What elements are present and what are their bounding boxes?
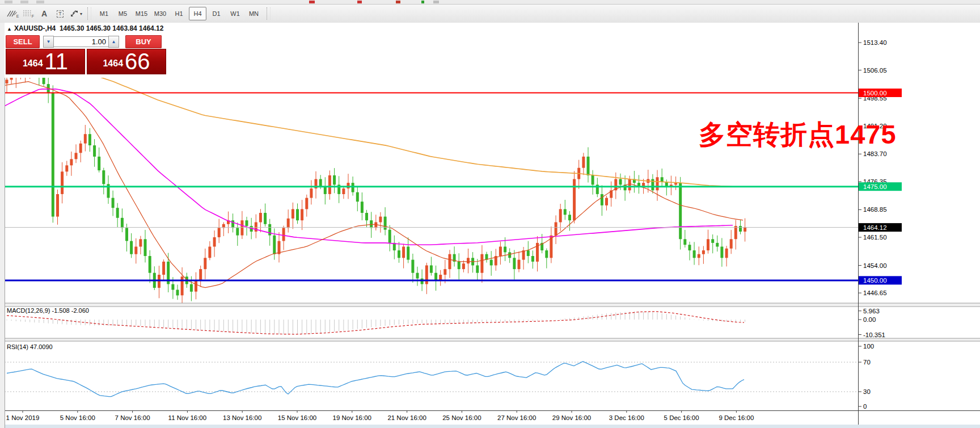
axis-price-badge: 1464.12 xyxy=(859,223,902,232)
mt4-terminal-window: { "top_sliver_marks": [ {"x": 8, "w": 14… xyxy=(0,0,980,428)
rsi-label: RSI(14) 47.0090 xyxy=(7,343,53,350)
tab-m15[interactable]: M15 xyxy=(133,7,150,20)
svg-text:13 Nov 16:00: 13 Nov 16:00 xyxy=(223,414,261,421)
tab-h4[interactable]: H4 xyxy=(189,7,206,20)
chart-toolbar: E F A T ▾ M1 M5 M15 M30 H1 H4 D1 W1 MN xyxy=(0,5,980,23)
svg-text:15 Nov 16:00: 15 Nov 16:00 xyxy=(278,414,316,421)
axis-price-badge: 1475.00 xyxy=(859,182,902,191)
one-click-trading-panel: ▲XAUUSD-,H4 1465.30 1465.30 1463.84 1464… xyxy=(5,23,171,78)
clipped-upper-toolbar xyxy=(0,0,980,5)
sell-button[interactable]: SELL xyxy=(6,35,40,48)
axis-price-badge: 1500.00 xyxy=(859,89,902,97)
volume-increase-button[interactable]: ▲ xyxy=(108,36,119,48)
tab-m5[interactable]: M5 xyxy=(114,7,132,20)
buy-button[interactable]: BUY xyxy=(125,35,162,48)
svg-text:0: 0 xyxy=(863,403,867,410)
clipped-icon-fragment xyxy=(5,1,12,3)
toolbar-separator xyxy=(267,7,271,20)
svg-text:-10.351: -10.351 xyxy=(863,332,885,338)
buy-price-pips: 66 xyxy=(125,51,150,72)
bottom-strip xyxy=(0,425,980,428)
svg-text:1506.05: 1506.05 xyxy=(863,67,887,74)
svg-text:1461.50: 1461.50 xyxy=(863,234,887,241)
svg-text:3 Dec 16:00: 3 Dec 16:00 xyxy=(609,414,644,421)
svg-text:5 Dec 16:00: 5 Dec 16:00 xyxy=(664,414,699,421)
svg-text:29 Nov 16:00: 29 Nov 16:00 xyxy=(552,414,591,421)
volume-input[interactable] xyxy=(54,36,108,47)
symbol-title[interactable]: ▲XAUUSD-,H4 1465.30 1465.30 1463.84 1464… xyxy=(7,24,163,32)
svg-text:70: 70 xyxy=(863,359,871,366)
chart-annotation-text: 多空转折点1475 xyxy=(699,117,897,153)
svg-text:1464.12: 1464.12 xyxy=(863,224,887,231)
svg-text:1 Nov 2019: 1 Nov 2019 xyxy=(6,414,40,421)
tab-mn[interactable]: MN xyxy=(245,7,263,20)
window-left-border xyxy=(0,23,5,428)
collapse-panel-icon[interactable]: ▲ xyxy=(7,26,12,32)
svg-text:1500.00: 1500.00 xyxy=(863,90,887,96)
svg-text:27 Nov 16:00: 27 Nov 16:00 xyxy=(497,414,536,421)
tab-w1[interactable]: W1 xyxy=(226,7,244,20)
chart-canvas[interactable]: MACD(12,26,9) -1.508 -2.060RSI(14) 47.00… xyxy=(0,23,980,428)
sell-price-pips: 11 xyxy=(45,51,69,72)
svg-text:7 Nov 16:00: 7 Nov 16:00 xyxy=(115,414,150,421)
clipped-icon-fragment xyxy=(309,1,315,3)
svg-text:9 Dec 16:00: 9 Dec 16:00 xyxy=(719,414,754,421)
svg-text:1513.40: 1513.40 xyxy=(863,39,887,46)
tab-m30[interactable]: M30 xyxy=(151,7,169,20)
symbol-ohlc: 1465.30 1465.30 1463.84 1464.12 xyxy=(60,24,164,32)
svg-text:100: 100 xyxy=(863,343,874,350)
sell-price-tile[interactable]: 1464 11 xyxy=(6,49,85,74)
svg-text:1454.00: 1454.00 xyxy=(863,262,887,269)
buy-price-main: 1464 xyxy=(103,55,123,72)
text-box-icon[interactable]: T xyxy=(53,6,67,21)
tab-d1[interactable]: D1 xyxy=(208,7,225,20)
clipped-icon-fragment xyxy=(36,1,44,3)
main-chart-svg[interactable]: MACD(12,26,9) -1.508 -2.060RSI(14) 47.00… xyxy=(0,23,980,428)
toolbar-separator xyxy=(87,7,91,20)
clipped-icon-fragment xyxy=(433,1,439,3)
svg-text:5.963: 5.963 xyxy=(863,308,880,314)
svg-text:1475.00: 1475.00 xyxy=(863,183,887,190)
svg-text:11 Nov 16:00: 11 Nov 16:00 xyxy=(168,414,207,421)
svg-text:5 Nov 16:00: 5 Nov 16:00 xyxy=(60,414,95,421)
symbol-name: XAUUSD-,H4 xyxy=(14,24,56,32)
volume-decrease-button[interactable]: ▼ xyxy=(43,36,54,48)
svg-text:1450.00: 1450.00 xyxy=(863,277,887,284)
svg-text:21 Nov 16:00: 21 Nov 16:00 xyxy=(387,414,426,421)
svg-text:1468.85: 1468.85 xyxy=(863,206,887,213)
svg-text:1446.65: 1446.65 xyxy=(863,289,887,296)
sell-price-main: 1464 xyxy=(23,55,43,72)
tab-h1[interactable]: H1 xyxy=(170,7,188,20)
clipped-icon-fragment xyxy=(357,1,362,3)
svg-text:19 Nov 16:00: 19 Nov 16:00 xyxy=(333,414,371,421)
svg-text:25 Nov 16:00: 25 Nov 16:00 xyxy=(442,414,481,421)
text-label-icon[interactable]: A xyxy=(37,6,52,21)
clipped-icon-fragment xyxy=(396,1,400,3)
tab-m1[interactable]: M1 xyxy=(95,7,113,20)
svg-text:0.00: 0.00 xyxy=(863,316,876,323)
grid-icon[interactable]: F xyxy=(21,6,36,21)
buy-price-tile[interactable]: 1464 66 xyxy=(87,49,166,74)
indicators-icon[interactable]: E xyxy=(5,6,20,21)
clipped-icon-fragment xyxy=(20,1,28,3)
cursor-arrows-icon[interactable]: ▾ xyxy=(69,6,83,21)
axis-price-badge: 1450.00 xyxy=(859,276,902,284)
svg-text:30: 30 xyxy=(863,388,871,395)
clipped-icon-fragment xyxy=(421,1,424,3)
macd-label: MACD(12,26,9) -1.508 -2.060 xyxy=(7,307,89,314)
